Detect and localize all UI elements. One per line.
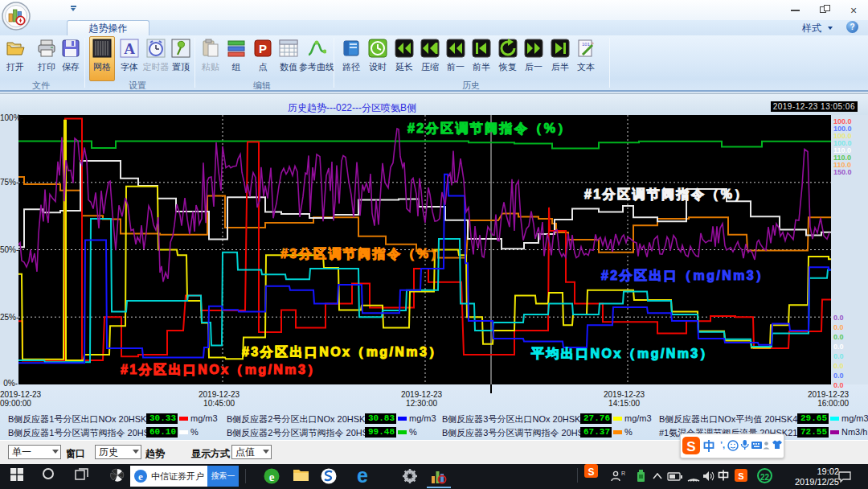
svg-text:S: S (588, 466, 594, 478)
svg-text:101: 101 (582, 42, 591, 47)
svg-text:e: e (269, 471, 275, 483)
svg-text:A: A (124, 40, 135, 57)
svg-text:S: S (686, 439, 695, 454)
svg-text:S: S (738, 471, 743, 481)
svg-text:e: e (138, 471, 143, 483)
svg-text:R: R (621, 471, 625, 476)
svg-text:’,: ’, (720, 440, 725, 450)
svg-text:P: P (259, 42, 267, 55)
